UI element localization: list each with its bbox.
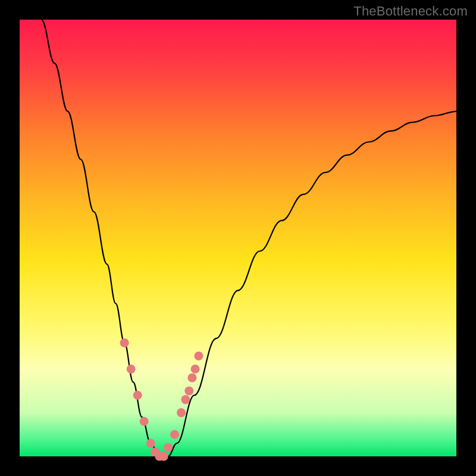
- dot: [177, 408, 186, 417]
- dot: [184, 386, 193, 395]
- dot: [181, 395, 190, 404]
- dot: [170, 430, 179, 439]
- dot: [127, 365, 136, 374]
- dot: [159, 452, 168, 461]
- dot: [120, 339, 129, 347]
- dot: [187, 373, 196, 382]
- dot: [133, 391, 142, 400]
- dot: [146, 439, 155, 447]
- dot: [140, 417, 149, 426]
- dot: [191, 365, 200, 374]
- plot-background: [20, 20, 456, 456]
- chart-container: TheBottleneck.com: [0, 0, 476, 476]
- bottleneck-chart: [0, 0, 476, 476]
- watermark-text: TheBottleneck.com: [353, 4, 468, 19]
- dot: [194, 352, 203, 361]
- dot: [164, 443, 173, 452]
